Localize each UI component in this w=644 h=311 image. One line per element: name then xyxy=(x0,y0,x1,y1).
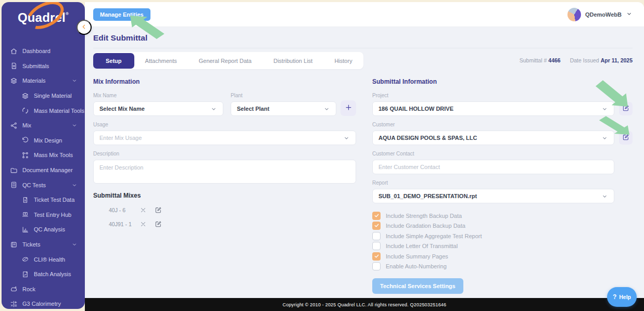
checkbox-unchecked[interactable] xyxy=(372,232,381,240)
bar-chart-icon xyxy=(21,226,29,234)
refresh-icon xyxy=(21,136,29,144)
remove-mix-icon[interactable] xyxy=(140,206,147,214)
sidebar-item-tickets[interactable]: Tickets xyxy=(2,237,85,252)
checkbox-checked[interactable] xyxy=(372,252,381,261)
layers-icon xyxy=(10,77,18,85)
user-menu[interactable]: QDemoWebB xyxy=(567,8,633,21)
sidebar: Quadrel® Dashboard Submittals Materials … xyxy=(2,2,85,309)
sidebar-item-dashboard[interactable]: Dashboard xyxy=(2,44,85,59)
rock-icon xyxy=(10,285,18,293)
plus-icon xyxy=(345,103,352,113)
add-plant-button[interactable] xyxy=(340,100,356,116)
technical-services-settings-button[interactable]: Technical Services Settings xyxy=(372,278,463,294)
check-icon xyxy=(374,252,380,261)
sidebar-item-cli-health[interactable]: CLI® Health xyxy=(2,252,85,267)
sidebar-item-qc-analysis[interactable]: QC Analysis xyxy=(2,222,85,237)
document-icon xyxy=(10,62,18,70)
edit-mix-icon[interactable] xyxy=(155,206,162,214)
help-button[interactable]: ? Help xyxy=(607,287,637,307)
layers-icon xyxy=(21,92,29,100)
divider xyxy=(93,48,633,48)
submittal-mixes-heading: Submittal Mixes xyxy=(93,192,356,199)
chevron-down-icon xyxy=(601,106,608,112)
sidebar-item-mix[interactable]: Mix xyxy=(2,118,85,133)
checkbox-row: Include Summary Pages xyxy=(372,251,633,262)
customer-label: Customer xyxy=(372,122,633,127)
tab-general-report-data[interactable]: General Report Data xyxy=(188,53,263,69)
submittal-information-section: Submittal Information Project 186 QUAIL … xyxy=(372,78,633,294)
remove-mix-icon[interactable] xyxy=(140,221,147,228)
usage-label: Usage xyxy=(93,122,356,127)
mix-name-label: Mix Name xyxy=(93,93,223,98)
description-label: Description xyxy=(93,151,356,157)
edit-customer-button[interactable] xyxy=(619,131,633,145)
plant-select[interactable]: Select Plant xyxy=(231,101,336,116)
ticket-icon xyxy=(10,241,18,249)
doc-chart-icon xyxy=(21,270,29,278)
sidebar-item-batch-analysis[interactable]: Batch Analysis xyxy=(2,267,85,282)
calculator-icon xyxy=(10,181,18,189)
ticket-note-icon xyxy=(21,196,29,204)
description-textarea[interactable]: Enter Description xyxy=(93,160,356,184)
tab-distribution-list[interactable]: Distribution List xyxy=(262,53,323,69)
edit-mix-icon[interactable] xyxy=(155,221,162,228)
chevron-down-icon xyxy=(71,182,78,188)
copyright-text: Copyright © 2010 - 2025 Quadrel LLC. All… xyxy=(283,302,447,307)
sidebar-item-mix-design[interactable]: Mix Design xyxy=(2,133,85,148)
checkbox-unchecked[interactable] xyxy=(372,242,381,250)
chevron-down-icon xyxy=(71,77,78,84)
question-mark-icon: ? xyxy=(613,293,616,301)
mix-information-section: Mix Information Mix Name Select Mix Name… xyxy=(93,78,356,228)
project-select[interactable]: 186 QUAIL HOLLOW DRIVE xyxy=(372,101,614,116)
sidebar-collapse-button[interactable] xyxy=(77,20,92,35)
tab-bar: Setup Attachments General Report Data Di… xyxy=(93,52,363,69)
tab-history[interactable]: History xyxy=(323,53,363,69)
submittal-mix-row: 40J - 6 xyxy=(93,206,356,214)
edit-icon xyxy=(622,105,629,113)
sidebar-item-qc-tests[interactable]: QC Tests xyxy=(2,177,85,192)
chevron-down-icon xyxy=(601,135,608,141)
mix-name-select[interactable]: Select Mix Name xyxy=(93,101,223,116)
checkbox-unchecked[interactable] xyxy=(372,262,381,270)
mix-name: 40J - 6 xyxy=(109,207,132,213)
main-panel: Manage Entities QDemoWebB Edit Submittal… xyxy=(85,2,644,311)
sidebar-item-mass-material-tools[interactable]: Mass Material Tools xyxy=(2,103,85,118)
sidebar-item-test-entry-hub[interactable]: Test Entry Hub xyxy=(2,208,85,223)
checkbox-checked[interactable] xyxy=(372,222,381,230)
report-options: Include Strength Backup Data Include Gra… xyxy=(372,211,633,271)
sidebar-item-g3-calorimetry[interactable]: G3 Calorimetry xyxy=(2,296,85,309)
project-label: Project xyxy=(372,93,633,98)
report-label: Report xyxy=(372,180,633,186)
chevron-left-icon xyxy=(81,23,87,32)
customer-select[interactable]: AQUA DESIGN POOLS & SPAS, LLC xyxy=(372,131,614,145)
content-area: Edit Submittal Setup Attachments General… xyxy=(85,27,644,298)
sidebar-item-ticket-test-data[interactable]: Ticket Test Data xyxy=(2,192,85,208)
top-bar: Manage Entities QDemoWebB xyxy=(85,2,644,27)
avatar xyxy=(567,8,581,21)
plant-label: Plant xyxy=(231,93,336,98)
cycle-icon xyxy=(21,107,29,114)
check-icon xyxy=(374,211,380,221)
sidebar-item-materials[interactable]: Materials xyxy=(2,73,85,88)
tab-attachments[interactable]: Attachments xyxy=(134,53,188,69)
sidebar-item-submittals[interactable]: Submittals xyxy=(2,59,85,74)
chevron-down-icon xyxy=(601,193,608,200)
sidebar-item-rock[interactable]: Rock xyxy=(2,282,85,297)
chevron-down-icon xyxy=(626,10,633,19)
edit-project-button[interactable] xyxy=(619,102,633,115)
report-select[interactable]: SUB_01_DEMO_PRESENTATION.rpt xyxy=(372,189,614,203)
customer-contact-label: Customer Contact xyxy=(372,151,633,157)
tab-setup[interactable]: Setup xyxy=(93,53,134,69)
checkbox-row: Include Strength Backup Data xyxy=(372,211,633,221)
chevron-down-icon xyxy=(323,106,330,112)
customer-contact-input[interactable]: Enter Customer Contact xyxy=(372,160,614,174)
usage-select[interactable]: Enter Mix Usage xyxy=(93,131,356,145)
manage-entities-button[interactable]: Manage Entities xyxy=(93,8,150,21)
user-name: QDemoWebB xyxy=(585,11,622,18)
section-heading: Mix Information xyxy=(93,78,356,85)
sidebar-item-single-material[interactable]: Single Material xyxy=(2,88,85,103)
check-icon xyxy=(374,221,380,230)
sidebar-item-document-manager[interactable]: Document Manager xyxy=(2,163,85,178)
sidebar-item-mass-mix-tools[interactable]: Mass Mix Tools xyxy=(2,148,85,163)
checkbox-checked[interactable] xyxy=(372,212,381,220)
